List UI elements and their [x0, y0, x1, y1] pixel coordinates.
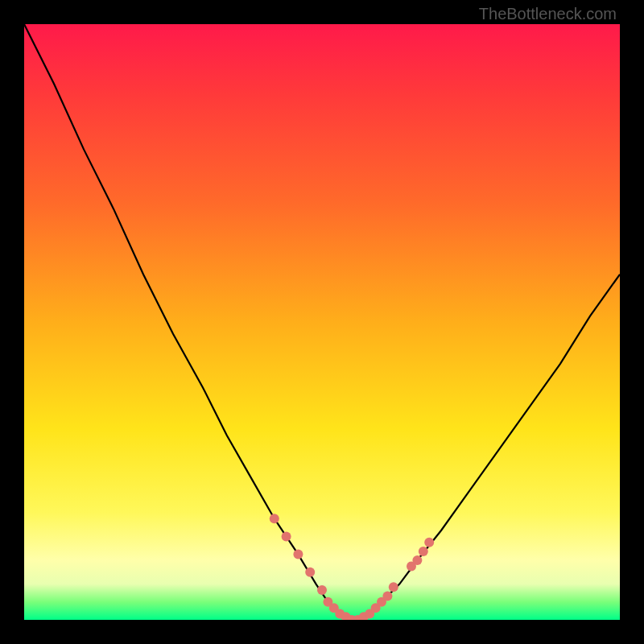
marker-dot: [305, 568, 315, 577]
highlight-dots: [270, 514, 434, 620]
watermark-text: TheBottleneck.com: [479, 5, 617, 23]
chart-svg: [24, 24, 620, 620]
marker-dot: [424, 538, 434, 547]
marker-dot: [412, 555, 422, 565]
marker-dot: [317, 585, 327, 595]
bottleneck-curve: [24, 24, 620, 620]
marker-dot: [389, 582, 398, 592]
chart-plot-area: [24, 24, 620, 620]
marker-dot: [293, 550, 303, 559]
marker-dot: [382, 591, 392, 601]
marker-dot: [419, 547, 428, 556]
marker-dot: [270, 514, 279, 523]
marker-dot: [282, 531, 291, 541]
